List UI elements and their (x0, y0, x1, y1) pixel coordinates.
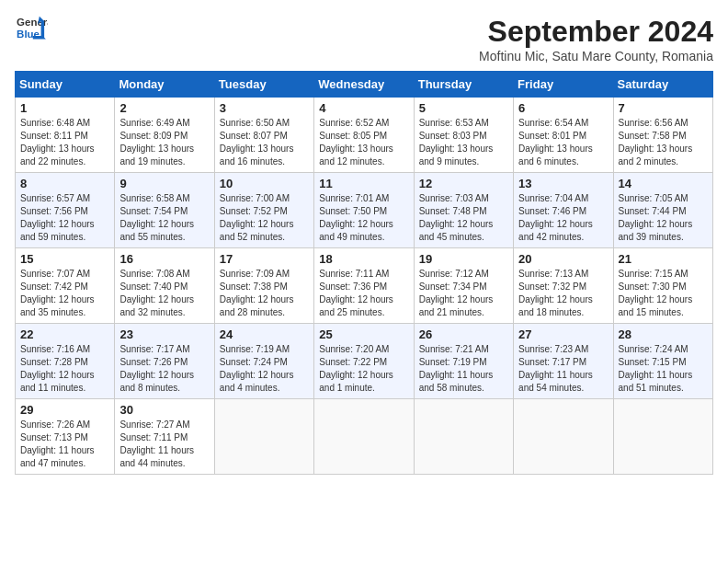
calendar-day-cell: 14Sunrise: 7:05 AM Sunset: 7:44 PM Dayli… (613, 173, 712, 248)
day-info: Sunrise: 7:13 AM Sunset: 7:32 PM Dayligh… (518, 268, 608, 319)
day-number: 18 (319, 252, 408, 266)
calendar-day-cell: 7Sunrise: 6:56 AM Sunset: 7:58 PM Daylig… (613, 98, 712, 173)
calendar-day-cell: 30Sunrise: 7:27 AM Sunset: 7:11 PM Dayli… (115, 399, 214, 475)
day-info: Sunrise: 7:05 AM Sunset: 7:44 PM Dayligh… (619, 192, 708, 244)
calendar-week-row: 1Sunrise: 6:48 AM Sunset: 8:11 PM Daylig… (16, 98, 713, 173)
day-info: Sunrise: 6:58 AM Sunset: 7:54 PM Dayligh… (119, 192, 209, 244)
calendar-day-cell: 29Sunrise: 7:26 AM Sunset: 7:13 PM Dayli… (16, 399, 115, 475)
weekday-header-cell: Sunday (16, 72, 115, 98)
location-title: Moftinu Mic, Satu Mare County, Romania (479, 49, 713, 63)
calendar-day-cell: 24Sunrise: 7:19 AM Sunset: 7:24 PM Dayli… (214, 324, 313, 399)
day-info: Sunrise: 6:56 AM Sunset: 7:58 PM Dayligh… (619, 117, 708, 168)
calendar-body: 1Sunrise: 6:48 AM Sunset: 8:11 PM Daylig… (16, 98, 713, 475)
day-number: 29 (20, 403, 109, 417)
day-number: 17 (220, 252, 309, 266)
calendar-day-cell (613, 399, 712, 475)
day-info: Sunrise: 7:03 AM Sunset: 7:48 PM Dayligh… (419, 192, 508, 244)
day-number: 6 (518, 101, 608, 115)
day-info: Sunrise: 6:50 AM Sunset: 8:07 PM Dayligh… (220, 117, 309, 168)
day-info: Sunrise: 6:48 AM Sunset: 8:11 PM Dayligh… (20, 117, 109, 168)
weekday-header-cell: Friday (514, 72, 613, 98)
day-info: Sunrise: 7:08 AM Sunset: 7:40 PM Dayligh… (119, 268, 209, 319)
day-number: 8 (20, 177, 109, 190)
day-info: Sunrise: 6:57 AM Sunset: 7:56 PM Dayligh… (20, 192, 109, 244)
calendar-day-cell: 4Sunrise: 6:52 AM Sunset: 8:05 PM Daylig… (314, 98, 414, 173)
day-number: 11 (319, 177, 408, 190)
calendar-day-cell: 6Sunrise: 6:54 AM Sunset: 8:01 PM Daylig… (514, 98, 613, 173)
day-info: Sunrise: 7:24 AM Sunset: 7:15 PM Dayligh… (619, 343, 708, 395)
day-info: Sunrise: 7:09 AM Sunset: 7:38 PM Dayligh… (220, 268, 309, 319)
day-number: 3 (220, 101, 309, 115)
calendar-day-cell: 16Sunrise: 7:08 AM Sunset: 7:40 PM Dayli… (115, 248, 214, 324)
day-info: Sunrise: 6:54 AM Sunset: 8:01 PM Dayligh… (518, 117, 608, 168)
day-number: 26 (419, 327, 508, 341)
day-number: 5 (419, 101, 508, 115)
day-number: 22 (20, 327, 109, 341)
day-number: 10 (220, 177, 309, 190)
calendar-week-row: 22Sunrise: 7:16 AM Sunset: 7:28 PM Dayli… (16, 324, 713, 399)
day-number: 24 (220, 327, 309, 341)
day-info: Sunrise: 7:19 AM Sunset: 7:24 PM Dayligh… (220, 343, 309, 395)
day-info: Sunrise: 7:23 AM Sunset: 7:17 PM Dayligh… (518, 343, 608, 395)
weekday-header-row: SundayMondayTuesdayWednesdayThursdayFrid… (16, 72, 713, 98)
calendar-day-cell (214, 399, 313, 475)
day-info: Sunrise: 6:53 AM Sunset: 8:03 PM Dayligh… (419, 117, 508, 168)
calendar-day-cell: 28Sunrise: 7:24 AM Sunset: 7:15 PM Dayli… (613, 324, 712, 399)
calendar-week-row: 8Sunrise: 6:57 AM Sunset: 7:56 PM Daylig… (16, 173, 713, 248)
day-number: 28 (619, 327, 708, 341)
calendar-day-cell: 13Sunrise: 7:04 AM Sunset: 7:46 PM Dayli… (514, 173, 613, 248)
logo: General Blue (15, 15, 48, 42)
calendar-day-cell (314, 399, 414, 475)
calendar-day-cell: 19Sunrise: 7:12 AM Sunset: 7:34 PM Dayli… (414, 248, 513, 324)
day-number: 14 (619, 177, 708, 190)
calendar-day-cell: 5Sunrise: 6:53 AM Sunset: 8:03 PM Daylig… (414, 98, 513, 173)
calendar-day-cell: 12Sunrise: 7:03 AM Sunset: 7:48 PM Dayli… (414, 173, 513, 248)
weekday-header-cell: Wednesday (314, 72, 414, 98)
day-number: 2 (119, 101, 209, 115)
day-info: Sunrise: 7:17 AM Sunset: 7:26 PM Dayligh… (119, 343, 209, 395)
day-number: 1 (20, 101, 109, 115)
day-info: Sunrise: 7:00 AM Sunset: 7:52 PM Dayligh… (220, 192, 309, 244)
day-number: 21 (619, 252, 708, 266)
calendar-day-cell: 9Sunrise: 6:58 AM Sunset: 7:54 PM Daylig… (115, 173, 214, 248)
day-info: Sunrise: 7:11 AM Sunset: 7:36 PM Dayligh… (319, 268, 408, 319)
calendar-day-cell: 11Sunrise: 7:01 AM Sunset: 7:50 PM Dayli… (314, 173, 414, 248)
calendar-day-cell: 21Sunrise: 7:15 AM Sunset: 7:30 PM Dayli… (613, 248, 712, 324)
day-info: Sunrise: 7:20 AM Sunset: 7:22 PM Dayligh… (319, 343, 408, 395)
day-info: Sunrise: 7:15 AM Sunset: 7:30 PM Dayligh… (619, 268, 708, 319)
calendar-day-cell: 22Sunrise: 7:16 AM Sunset: 7:28 PM Dayli… (16, 324, 115, 399)
day-number: 7 (619, 101, 708, 115)
weekday-header-cell: Monday (115, 72, 214, 98)
day-info: Sunrise: 7:26 AM Sunset: 7:13 PM Dayligh… (20, 419, 109, 470)
calendar-week-row: 15Sunrise: 7:07 AM Sunset: 7:42 PM Dayli… (16, 248, 713, 324)
day-info: Sunrise: 7:21 AM Sunset: 7:19 PM Dayligh… (419, 343, 508, 395)
day-info: Sunrise: 7:27 AM Sunset: 7:11 PM Dayligh… (119, 419, 209, 470)
weekday-header-cell: Saturday (613, 72, 712, 98)
day-number: 15 (20, 252, 109, 266)
header: General Blue September 2024 Moftinu Mic,… (15, 15, 713, 63)
day-number: 30 (119, 403, 209, 417)
day-number: 12 (419, 177, 508, 190)
day-number: 25 (319, 327, 408, 341)
calendar-day-cell: 15Sunrise: 7:07 AM Sunset: 7:42 PM Dayli… (16, 248, 115, 324)
calendar-day-cell: 27Sunrise: 7:23 AM Sunset: 7:17 PM Dayli… (514, 324, 613, 399)
calendar-day-cell: 17Sunrise: 7:09 AM Sunset: 7:38 PM Dayli… (214, 248, 313, 324)
day-number: 23 (119, 327, 209, 341)
calendar-day-cell: 1Sunrise: 6:48 AM Sunset: 8:11 PM Daylig… (16, 98, 115, 173)
day-number: 4 (319, 101, 408, 115)
calendar-day-cell: 20Sunrise: 7:13 AM Sunset: 7:32 PM Dayli… (514, 248, 613, 324)
day-info: Sunrise: 7:01 AM Sunset: 7:50 PM Dayligh… (319, 192, 408, 244)
calendar-day-cell (514, 399, 613, 475)
calendar-day-cell: 25Sunrise: 7:20 AM Sunset: 7:22 PM Dayli… (314, 324, 414, 399)
calendar-day-cell: 23Sunrise: 7:17 AM Sunset: 7:26 PM Dayli… (115, 324, 214, 399)
weekday-header-cell: Thursday (414, 72, 513, 98)
day-info: Sunrise: 6:49 AM Sunset: 8:09 PM Dayligh… (119, 117, 209, 168)
day-info: Sunrise: 6:52 AM Sunset: 8:05 PM Dayligh… (319, 117, 408, 168)
day-number: 16 (119, 252, 209, 266)
calendar-day-cell (414, 399, 513, 475)
weekday-header-cell: Tuesday (214, 72, 313, 98)
day-number: 27 (518, 327, 608, 341)
calendar-day-cell: 26Sunrise: 7:21 AM Sunset: 7:19 PM Dayli… (414, 324, 513, 399)
calendar-day-cell: 3Sunrise: 6:50 AM Sunset: 8:07 PM Daylig… (214, 98, 313, 173)
logo-icon: General Blue (15, 15, 48, 42)
